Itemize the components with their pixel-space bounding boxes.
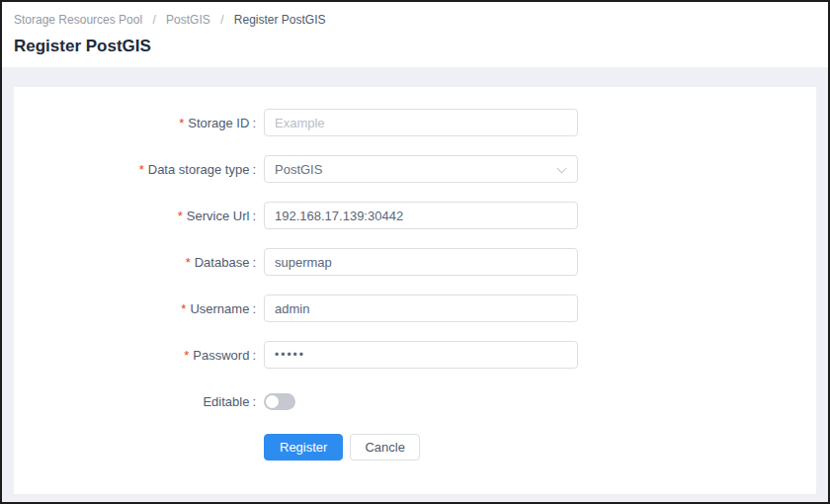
label-colon: : [252, 255, 256, 270]
page-header: Storage Resources Pool / PostGIS / Regis… [2, 2, 828, 67]
data-storage-type-value: PostGIS [275, 162, 322, 177]
data-storage-type-control: PostGIS [264, 155, 578, 183]
register-button[interactable]: Register [264, 434, 343, 461]
content-area: *Storage ID: *Data storage type: PostGIS [2, 67, 828, 502]
label-colon: : [252, 301, 256, 316]
data-storage-type-label: *Data storage type: [14, 162, 256, 177]
password-input[interactable] [264, 341, 578, 369]
form-actions: Register Cancle [264, 434, 816, 461]
breadcrumb-item-register-postgis: Register PostGIS [234, 13, 326, 27]
label-colon: : [252, 348, 256, 363]
form-row-service-url: *Service Url: [14, 202, 816, 229]
required-asterisk: * [184, 348, 189, 363]
storage-id-input[interactable] [264, 109, 578, 136]
label-colon: : [252, 162, 256, 177]
password-label: *Password: [14, 348, 256, 363]
required-asterisk: * [178, 209, 183, 223]
breadcrumb-separator: / [152, 13, 155, 27]
editable-control [264, 393, 295, 410]
form-row-database: *Database: [14, 248, 816, 276]
breadcrumb: Storage Resources Pool / PostGIS / Regis… [14, 12, 816, 28]
data-storage-type-select[interactable]: PostGIS [264, 155, 578, 183]
database-label: *Database: [14, 255, 256, 270]
service-url-input[interactable] [264, 202, 578, 229]
database-control [264, 248, 578, 276]
page-title: Register PostGIS [14, 37, 816, 56]
username-label: *Username: [14, 301, 256, 316]
label-colon: : [252, 394, 256, 409]
breadcrumb-item-postgis[interactable]: PostGIS [166, 13, 210, 27]
required-asterisk: * [186, 255, 191, 270]
cancel-button[interactable]: Cancle [350, 434, 419, 461]
form-row-username: *Username: [14, 294, 816, 322]
breadcrumb-item-storage-resources-pool[interactable]: Storage Resources Pool [14, 13, 142, 27]
password-control [264, 341, 578, 369]
form-card: *Storage ID: *Data storage type: PostGIS [14, 87, 816, 494]
form-row-password: *Password: [14, 341, 816, 369]
form-row-storage-id: *Storage ID: [14, 109, 816, 136]
username-input[interactable] [264, 294, 578, 322]
label-colon: : [252, 209, 256, 223]
breadcrumb-separator: / [220, 13, 223, 27]
toggle-knob [266, 395, 279, 408]
chevron-down-icon [557, 164, 567, 174]
username-control [264, 294, 578, 322]
label-colon: : [252, 116, 256, 130]
required-asterisk: * [181, 301, 186, 316]
storage-id-control [264, 109, 578, 136]
database-input[interactable] [264, 248, 578, 276]
form-row-data-storage-type: *Data storage type: PostGIS [14, 155, 816, 183]
required-asterisk: * [139, 162, 144, 177]
editable-label: Editable: [14, 394, 256, 409]
service-url-label: *Service Url: [14, 209, 256, 223]
required-asterisk: * [179, 116, 184, 130]
storage-id-label: *Storage ID: [14, 116, 256, 130]
service-url-control [264, 202, 578, 229]
editable-toggle[interactable] [264, 393, 295, 410]
form-row-editable: Editable: [14, 387, 816, 415]
app-window: Storage Resources Pool / PostGIS / Regis… [0, 0, 830, 504]
